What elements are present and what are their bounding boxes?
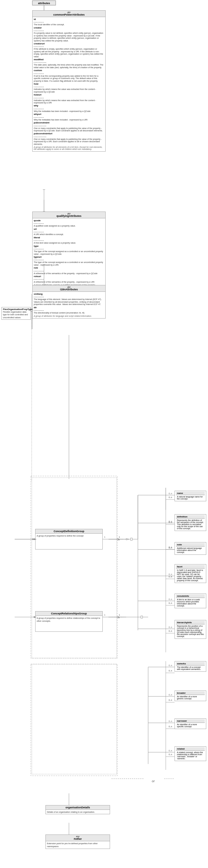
- right-box-related-header: related: [176, 747, 205, 751]
- field-creatoruri: creatoruri ▪ ▪ ▪ ▪ ▪ ▪ ▪ ▪ If the attrib…: [34, 42, 104, 58]
- flex-organisation-label: FlexOrganisationPropType Flexible organi…: [1, 307, 31, 320]
- right-box-broader: broader An identifier of a more generic …: [175, 690, 206, 701]
- common-power-attributes-header: grp commonPowerAttributes: [33, 10, 105, 17]
- field-role: role ▪ ▪ ▪ ▪ ▪ ▪ ▪ ▪ A refinement of the…: [34, 267, 104, 275]
- right-box-remoteinfo-body: A link to an item or a web resource whic…: [176, 598, 205, 608]
- i18n-attributes-body: xmllang ▪ ▪ ▪ ▪ ▪ ▪ ▪ ▪ The language of …: [33, 292, 105, 318]
- common-power-attributes-box: grp commonPowerAttributes id ▪ ▪ ▪ ▪ ▪ ▪…: [32, 10, 106, 152]
- right-box-facet-header: facet: [176, 565, 205, 568]
- right-box-name: name A natural language name for the con…: [175, 491, 206, 501]
- right-box-sameas-body: The identifier of a concept with equival…: [176, 665, 205, 671]
- field-dir: dir ▪ ▪ ▪ ▪ ▪ ▪ ▪ ▪ The directionality o…: [34, 306, 104, 314]
- right-box-name-body: A natural language name for the concept.: [176, 495, 205, 500]
- right-box-broader-header: broader: [176, 691, 205, 695]
- right-box-facet: facet In NAR 1.8 and later, facet is dep…: [175, 564, 206, 583]
- qualifying-attributes-body: qcode ▪ ▪ ▪ ▪ ▪ ▪ ▪ ▪ A qualified code a…: [33, 218, 105, 287]
- svg-text:0..n: 0..n: [169, 630, 172, 632]
- diagram-title: attributes: [32, 1, 56, 5]
- field-how: how ▪ ▪ ▪ ▪ ▪ ▪ ▪ ▪ Indicates by which m…: [34, 83, 104, 93]
- i18n-attributes-box: grp i18nAttributes xmllang ▪ ▪ ▪ ▪ ▪ ▪ ▪…: [32, 285, 106, 318]
- concept-def-group-header: ConceptDefinitionGroup: [35, 529, 102, 534]
- right-box-sameas-header: sameAs: [176, 662, 205, 665]
- right-box-related-body: A related concept, where the relationshi…: [176, 751, 205, 760]
- organisation-details-box: organisationDetails Details of an organi…: [45, 805, 110, 814]
- field-howuri: howuri ▪ ▪ ▪ ▪ ▪ ▪ ▪ ▪ Indicates by whic…: [34, 93, 104, 104]
- organisation-details-body: Details of an organisation relating to a…: [46, 810, 110, 814]
- svg-text:0..n: 0..n: [169, 521, 172, 523]
- or-label: or: [144, 774, 163, 788]
- svg-text:0..n: 0..n: [169, 694, 172, 696]
- field-modified: modified ▪ ▪ ▪ ▪ ▪ ▪ ▪ ▪ ▪ ▪ The date (a…: [34, 58, 104, 69]
- right-box-note-body: Additional natural language information …: [176, 547, 205, 554]
- concept-def-group-body: A group of properties required to define…: [35, 534, 102, 538]
- right-box-definition-header: definition: [176, 515, 205, 519]
- right-box-note: note Additional natural language informa…: [175, 542, 206, 555]
- right-box-remoteinfo: remoteInfo A link to an item or a web re…: [175, 594, 206, 608]
- svg-text:0..n: 0..n: [169, 699, 172, 701]
- svg-text:0..n: 0..n: [169, 496, 172, 498]
- right-box-hierarchyinfo: hierarchyInfo Represents the position of…: [175, 620, 206, 639]
- qualifying-attributes-box: grp qualifyingAttributes qcode ▪ ▪ ▪ ▪ ▪…: [32, 212, 106, 287]
- right-box-remoteinfo-header: remoteInfo: [176, 594, 205, 598]
- organisation-details-header: organisationDetails: [46, 805, 110, 810]
- svg-text:0..n: 0..n: [169, 598, 172, 600]
- right-box-narrower-body: An identifier of a more specific concept…: [176, 723, 205, 728]
- svg-text:0..n: 0..n: [169, 493, 172, 495]
- svg-rect-61: [131, 538, 132, 540]
- right-box-definition-body: Represents the definition of the semanti…: [176, 519, 205, 530]
- svg-text:1: 1: [119, 536, 120, 538]
- svg-marker-59: [117, 538, 120, 540]
- field-typeuri: typeuri ▪ ▪ ▪ ▪ ▪ ▪ ▪ ▪ The type of the …: [34, 256, 104, 266]
- svg-text:0..n: 0..n: [169, 720, 172, 722]
- right-box-hierarchyinfo-body: Represents the position of a concept in …: [176, 624, 205, 638]
- other-box-body: Extension point for pre-/re-defined prop…: [46, 841, 110, 848]
- right-box-hierarchyinfo-header: hierarchyInfo: [176, 621, 205, 624]
- right-box-related: related A related concept, where the rel…: [175, 746, 206, 761]
- field-roleuri: roleuri ▪ ▪ ▪ ▪ ▪ ▪ ▪ ▪ A refinement of …: [34, 275, 104, 283]
- right-box-note-header: note: [176, 543, 205, 547]
- svg-text:0..n: 0..n: [169, 753, 172, 755]
- field-qcode: qcode ▪ ▪ ▪ ▪ ▪ ▪ ▪ ▪ A qualified code a…: [34, 219, 104, 227]
- svg-text:0..n: 0..n: [169, 576, 172, 578]
- concept-rel-group-dashed: [32, 664, 117, 774]
- field-literal: literal ▪ ▪ ▪ ▪ ▪ ▪ ▪ ▪ A free-text valu…: [34, 236, 104, 245]
- right-box-sameas: sameAs The identifier of a concept with …: [175, 661, 206, 672]
- i18n-attributes-header: grp i18nAttributes: [33, 285, 105, 292]
- right-box-name-header: name: [176, 492, 205, 495]
- field-type: type ▪ ▪ ▪ ▪ ▪ ▪ ▪ ▪ The type of the con…: [34, 245, 104, 255]
- field-pubconstrainturi: pubconstrainturi ▪ ▪ ▪ ▪ ▪ ▪ ▪ ▪ ▪ ▪ One…: [34, 132, 104, 146]
- svg-marker-43: [126, 538, 129, 540]
- qualifying-attributes-header: grp qualifyingAttributes: [33, 212, 105, 218]
- svg-text:0..n: 0..n: [169, 626, 172, 628]
- diagram-container: attributes: [0, 0, 208, 868]
- common-power-attributes-body: id ▪ ▪ ▪ ▪ ▪ ▪ ▪ ▪ The local identifier …: [33, 17, 105, 151]
- concept-rel-group-body: A group of properties required to define…: [35, 616, 102, 623]
- field-pubconstraint: pubconstraint ▪ ▪ ▪ ▪ ▪ ▪ ▪ ▪ ▪ ▪ One or…: [34, 121, 104, 132]
- svg-text:0..n: 0..n: [169, 546, 172, 548]
- stereotype-label: grp: [34, 11, 104, 13]
- field-id: id ▪ ▪ ▪ ▪ ▪ ▪ ▪ ▪ The local identifier …: [34, 18, 104, 26]
- svg-rect-82: [141, 616, 143, 618]
- other-box-header: any #other: [46, 835, 110, 841]
- field-xmllang: xmllang ▪ ▪ ▪ ▪ ▪ ▪ ▪ ▪ The language of …: [34, 293, 104, 306]
- right-box-narrower: narrower An identifier of a more specifi…: [175, 718, 206, 729]
- svg-text:0..n: 0..n: [169, 547, 172, 549]
- field-custom: custom ▪ ▪ ▪ ▪ ▪ ▪ ▪ ▪ If set to true th…: [34, 69, 104, 82]
- svg-text:0..n: 0..n: [169, 670, 172, 672]
- concept-definition-group-box: ConceptDefinitionGroup A group of proper…: [35, 529, 103, 550]
- svg-text:0..n: 0..n: [169, 725, 172, 727]
- field-whyuri: whyuri ▪ ▪ ▪ ▪ ▪ ▪ ▪ ▪ Why the metadata …: [34, 113, 104, 121]
- field-uri: uri ▪ ▪ ▪ ▪ ▪ ▪ ▪ ▪ A URI which identifi…: [34, 228, 104, 236]
- svg-text:0..n: 0..n: [169, 750, 172, 752]
- svg-text:0..n: 0..n: [169, 602, 172, 604]
- other-box: any #other Extension point for pre-/re-d…: [45, 835, 110, 849]
- right-box-definition: definition Represents the definition of …: [175, 514, 206, 531]
- classname-label: commonPowerAttributes: [53, 13, 84, 16]
- right-box-narrower-header: narrower: [176, 719, 205, 723]
- field-why: why ▪ ▪ ▪ ▪ ▪ ▪ ▪ ▪ Why the metadata has…: [34, 104, 104, 113]
- concept-relationships-group-box: ConceptRelationshipsGroup A group of pro…: [35, 611, 103, 632]
- svg-text:0..n: 0..n: [169, 664, 172, 666]
- svg-text:0..n: 0..n: [169, 520, 172, 522]
- common-section-label: A group of attributes for all elements o…: [34, 146, 104, 150]
- i18n-section-label: A group of attributes for language and s…: [34, 315, 104, 317]
